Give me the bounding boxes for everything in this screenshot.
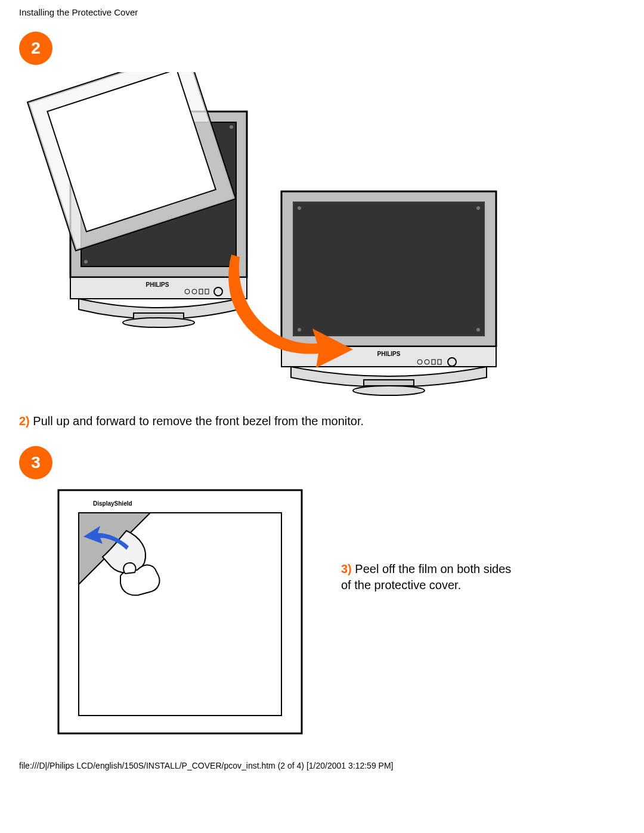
step-2-figure-row: PHILIPS [19, 72, 625, 406]
page-title: Installing the Protective Cover [19, 7, 625, 17]
step-3-text: Peel off the film on both sides of the p… [341, 562, 511, 592]
step-3-badge: 3 [19, 446, 52, 479]
svg-text:PHILIPS: PHILIPS [146, 281, 169, 288]
transition-arrow-icon [228, 251, 359, 370]
step-2-text: Pull up and forward to remove the front … [30, 414, 364, 428]
step-3-number: 3) [341, 562, 352, 575]
step-3-instruction: 3) Peel off the film on both sides of th… [341, 561, 520, 593]
svg-point-3 [230, 125, 233, 129]
svg-text:PHILIPS: PHILIPS [377, 351, 401, 357]
svg-text:DisplayShield: DisplayShield [93, 500, 132, 507]
svg-point-4 [84, 260, 88, 264]
document-page: Installing the Protective Cover 2 PHILIP… [0, 0, 644, 785]
svg-point-22 [298, 206, 301, 210]
step-2-number: 2) [19, 414, 30, 428]
svg-point-14 [123, 318, 194, 327]
monitor-remove-bezel-illustration: PHILIPS [19, 72, 258, 329]
svg-point-34 [353, 386, 425, 395]
svg-point-23 [476, 206, 480, 210]
svg-rect-33 [364, 380, 414, 386]
peel-film-illustration: DisplayShield [55, 487, 305, 737]
step-3-figure-row: DisplayShield 3) Peel off the film on bo… [19, 487, 625, 749]
footer-file-path: file:///D|/Philips LCD/english/150S/INST… [19, 761, 625, 770]
svg-point-25 [476, 328, 480, 332]
step-2-instruction: 2) Pull up and forward to remove the fro… [19, 413, 625, 429]
step-2-badge: 2 [19, 32, 52, 65]
